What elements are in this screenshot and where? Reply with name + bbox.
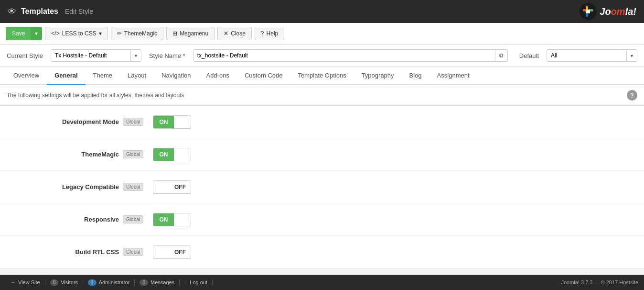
- tab-navigation[interactable]: Navigation: [154, 67, 198, 85]
- tab-theme[interactable]: Theme: [86, 67, 120, 85]
- joomla-logo: Joomla!: [580, 3, 636, 20]
- responsive-label: Responsive: [84, 216, 119, 223]
- responsive-label-area: Responsive Global: [10, 215, 153, 223]
- style-name-input[interactable]: [193, 50, 495, 61]
- development-mode-toggle[interactable]: ON: [153, 115, 191, 129]
- toolbar: Save ▾ </> LESS to CSS ▾ ✏ ThemeMagic ⊞ …: [0, 23, 644, 45]
- save-dropdown-button[interactable]: ▾: [31, 27, 42, 40]
- tab-typography[interactable]: Typography: [354, 67, 402, 85]
- legacy-compatible-label: Legacy Compatible: [62, 183, 119, 190]
- thememagic-label-area: ThemeMagic Global: [10, 150, 153, 158]
- setting-row-legacy-compatible: Legacy Compatible Global OFF: [0, 171, 644, 203]
- default-select-wrap[interactable]: ▾: [547, 49, 637, 62]
- joomla-logo-text: Joomla!: [600, 6, 636, 17]
- setting-row-development-mode: Development Mode Global ON: [0, 106, 644, 138]
- legacy-compatible-on[interactable]: [153, 184, 170, 190]
- current-style-arrow[interactable]: ▾: [130, 51, 141, 61]
- current-style-select-wrap[interactable]: ▾: [51, 49, 141, 62]
- tab-addons[interactable]: Add-ons: [199, 67, 237, 85]
- joomla-logo-icon: [580, 3, 597, 20]
- tab-layout[interactable]: Layout: [120, 67, 154, 85]
- tab-custom-code[interactable]: Custom Code: [237, 67, 290, 85]
- responsive-off[interactable]: [174, 217, 191, 223]
- megamenu-icon: ⊞: [172, 30, 177, 37]
- setting-row-thememagic: ThemeMagic Global ON: [0, 138, 644, 171]
- info-text: The following settings will be applied f…: [7, 92, 184, 99]
- responsive-badge: Global: [123, 215, 143, 223]
- settings-area: Development Mode Global ON ThemeMagic Gl…: [0, 106, 644, 268]
- close-icon: ✕: [224, 30, 228, 37]
- setting-row-build-rtl-css: Build RTL CSS Global OFF: [0, 236, 644, 268]
- build-rtl-css-badge: Global: [123, 248, 143, 256]
- tab-template-options[interactable]: Template Options: [290, 67, 354, 85]
- tab-blog[interactable]: Blog: [402, 67, 429, 85]
- development-mode-badge: Global: [123, 118, 143, 126]
- thememagic-on[interactable]: ON: [153, 148, 174, 161]
- development-mode-on[interactable]: ON: [153, 116, 174, 128]
- current-style-label: Current Style: [7, 52, 43, 59]
- style-name-wrap[interactable]: ⧉: [193, 49, 508, 62]
- header-subtitle: Edit Style: [65, 8, 93, 15]
- legacy-compatible-badge: Global: [123, 183, 143, 191]
- build-rtl-css-off[interactable]: OFF: [170, 246, 191, 258]
- main-content: The following settings will be applied f…: [0, 85, 644, 268]
- thememagic-icon: ✏: [117, 30, 122, 37]
- help-button[interactable]: ? Help: [255, 27, 284, 40]
- style-name-label: Style Name *: [149, 52, 185, 59]
- header-title: Templates: [21, 7, 58, 16]
- save-button[interactable]: Save: [6, 27, 31, 40]
- thememagic-toggle[interactable]: ON: [153, 148, 191, 161]
- thememagic-off[interactable]: [174, 152, 191, 157]
- svg-rect-5: [586, 10, 590, 13]
- thememagic-label: ThemeMagic: [81, 151, 119, 158]
- default-select-input[interactable]: [547, 50, 626, 61]
- less-dropdown-icon: ▾: [99, 30, 102, 37]
- eye-icon: 👁: [8, 7, 16, 17]
- help-icon: ?: [261, 30, 264, 37]
- setting-row-responsive: Responsive Global ON: [0, 203, 644, 236]
- thememagic-button[interactable]: ✏ ThemeMagic: [111, 27, 163, 40]
- responsive-toggle[interactable]: ON: [153, 213, 191, 226]
- legacy-compatible-off[interactable]: OFF: [170, 181, 191, 193]
- tab-overview[interactable]: Overview: [6, 67, 47, 85]
- less-to-css-button[interactable]: </> LESS to CSS ▾: [45, 27, 107, 40]
- default-label: Default: [519, 52, 539, 59]
- info-bar: The following settings will be applied f…: [0, 85, 644, 106]
- build-rtl-css-label: Build RTL CSS: [75, 248, 119, 256]
- thememagic-badge: Global: [123, 150, 143, 158]
- megamenu-button[interactable]: ⊞ Megamenu: [166, 27, 215, 40]
- responsive-on[interactable]: ON: [153, 213, 174, 226]
- save-button-group[interactable]: Save ▾: [6, 27, 42, 40]
- build-rtl-css-label-area: Build RTL CSS Global: [10, 248, 153, 256]
- style-name-copy-icon[interactable]: ⧉: [495, 50, 507, 61]
- development-mode-off[interactable]: [174, 119, 191, 125]
- build-rtl-css-toggle[interactable]: OFF: [153, 245, 191, 259]
- header-left: 👁 Templates Edit Style: [8, 7, 93, 17]
- style-row: Current Style ▾ Style Name * ⧉ Default ▾: [0, 45, 644, 67]
- legacy-compatible-label-area: Legacy Compatible Global: [10, 183, 153, 191]
- development-mode-label: Development Mode: [62, 118, 119, 125]
- tab-general[interactable]: General: [47, 67, 85, 85]
- legacy-compatible-toggle[interactable]: OFF: [153, 180, 191, 194]
- build-rtl-css-on[interactable]: [153, 249, 170, 255]
- development-mode-label-area: Development Mode Global: [10, 118, 153, 126]
- close-button[interactable]: ✕ Close: [217, 27, 252, 40]
- tabs-bar: Overview General Theme Layout Navigation…: [0, 67, 644, 85]
- tab-assignment[interactable]: Assignment: [429, 67, 477, 85]
- code-icon: </>: [51, 30, 59, 37]
- current-style-input[interactable]: [51, 50, 130, 61]
- default-select-arrow[interactable]: ▾: [626, 51, 637, 61]
- top-header: 👁 Templates Edit Style Joomla!: [0, 0, 644, 23]
- help-circle-icon[interactable]: ?: [627, 90, 637, 100]
